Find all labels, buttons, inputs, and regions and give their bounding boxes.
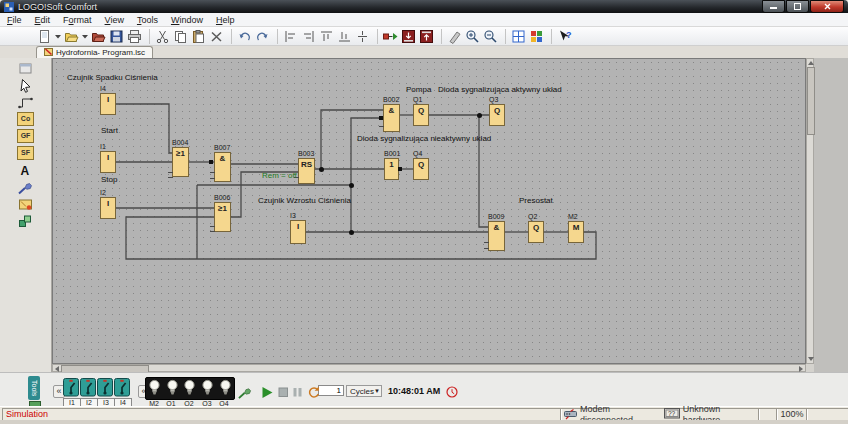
cycles-input[interactable] [318,385,344,396]
block-I2[interactable]: I2I [100,197,116,219]
block-id-label: I1 [100,143,106,150]
toolbar-delete-button[interactable] [208,28,225,45]
block-Q3[interactable]: Q3Q [489,104,505,126]
toolbar-align1-button[interactable] [282,28,299,45]
toolbar-colors-button[interactable] [528,28,545,45]
menu-file[interactable]: File [7,15,22,25]
title-bar[interactable]: LOGO!Soft Comfort [0,0,848,13]
block-Q2[interactable]: Q2Q [528,221,544,243]
toolbar-open-button[interactable] [63,28,80,45]
toolbar-help-button[interactable]: ? [556,28,573,45]
vertical-scrollbar[interactable] [806,58,814,364]
toolbar-open-red-button[interactable] [90,28,107,45]
toolbar-save-button[interactable] [108,28,125,45]
menu-tools[interactable]: Tools [137,15,158,25]
menu-view[interactable]: View [105,15,124,25]
input-stub [210,226,215,227]
tool-panel-toggle[interactable] [17,60,35,76]
toolbar-print-button[interactable] [126,28,143,45]
stop-button[interactable] [276,385,290,399]
menu-help[interactable]: Help [216,15,235,25]
diagram-label[interactable]: Czujnik Wzrostu Ciśnienia [258,196,351,205]
vertical-scrollbar-thumb[interactable] [807,67,815,135]
block-B004[interactable]: B004≥1 [172,147,189,177]
block-B001[interactable]: B0011 [384,158,399,180]
toolbar-zoom-in-button[interactable] [464,28,481,45]
block-B007[interactable]: B007& [214,152,231,182]
clock-icon[interactable] [446,384,458,402]
diagram-label[interactable]: Dioda sygnalizująca aktywny układ [438,85,562,94]
block-B003[interactable]: B003RS [298,158,315,184]
diagram-label[interactable]: Stop [101,175,117,184]
diagram-label[interactable]: Presostat [519,196,553,205]
tool-simulation-tool[interactable] [17,179,35,195]
toolbar-upload-button[interactable] [418,28,435,45]
toolbar-cut-button[interactable] [154,28,171,45]
wire[interactable] [126,217,596,259]
diagram-canvas[interactable]: I4II1II2IB004≥1B007&B003RSB006≥1I3IB002&… [52,58,806,364]
block-Q4[interactable]: Q4Q [413,158,429,180]
block-M2[interactable]: M2M [568,221,584,243]
menu-edit[interactable]: Edit [35,15,51,25]
input-stub [210,178,215,179]
tool-constants-tool[interactable]: Co [17,111,35,127]
tool-connector-tool[interactable] [17,94,35,110]
toolbar-grid-button[interactable] [510,28,527,45]
menu-format[interactable]: Format [63,15,92,25]
toolbar-copy-button[interactable] [172,28,189,45]
diagram-label[interactable]: Dioda sygnalizująca nieaktywny układ [357,134,491,143]
toolbar-undo-button[interactable] [236,28,253,45]
toolbar-paste-button[interactable] [190,28,207,45]
refresh-button[interactable] [306,385,320,399]
toolbar-split-button[interactable] [354,28,371,45]
toolbar-download-button[interactable] [400,28,417,45]
block-I1[interactable]: I1I [100,151,116,173]
diagram-label[interactable]: Czujnik Spadku Ciśnienia [67,73,158,82]
toolbar-zoom-out-button[interactable] [482,28,499,45]
tool-online-test-tool[interactable] [17,196,35,212]
toolbar-align4-button[interactable] [336,28,353,45]
toolbar-connect-button[interactable] [382,28,399,45]
play-button[interactable] [260,385,274,399]
cycles-dropdown[interactable]: Cycles ▼ [346,385,382,397]
pause-button[interactable] [290,385,304,399]
tool-special-functions-tool[interactable]: SF [17,145,35,161]
toolbar-separator [501,29,506,44]
horizontal-scrollbar[interactable] [52,364,806,372]
diagram-label[interactable]: Rem = off [262,171,297,180]
scroll-down-arrow[interactable] [808,357,814,361]
tool-select-tool[interactable] [17,77,35,93]
scroll-up-arrow[interactable] [808,61,814,65]
block-B002[interactable]: B002& [383,104,400,132]
tools-side-tab[interactable]: Tools [28,376,40,400]
wire[interactable] [479,115,488,227]
block-B006[interactable]: B006≥1 [214,202,231,232]
diagram-label[interactable]: Start [101,126,118,135]
tool-text-tool[interactable]: A [17,162,35,178]
tab-hydrofornia-program[interactable]: Hydrofornia- Program.lsc [36,46,153,58]
menu-window[interactable]: Window [171,15,203,25]
maximize-button[interactable] [786,0,809,13]
toolbar-dd-caret[interactable] [54,28,62,45]
toolbar-erase-button[interactable] [446,28,463,45]
toolbar-new-button[interactable] [36,28,53,45]
close-button[interactable] [810,0,844,13]
wire-junction-dot [349,230,354,235]
block-B009[interactable]: B009& [488,221,505,251]
wire[interactable] [116,104,172,153]
block-I4[interactable]: I4I [100,93,116,115]
tool-network-project-tool[interactable] [17,213,35,229]
block-Q1[interactable]: Q1Q [413,104,429,126]
diagram-label[interactable]: Pompa [406,85,431,94]
sim-tool-button[interactable] [238,385,252,399]
toolbar-align3-button[interactable] [318,28,335,45]
block-id-label: B004 [172,139,188,146]
input-stub [168,177,173,178]
toolbar-align2-button[interactable] [300,28,317,45]
output-lamp-panel [145,377,235,400]
toolbar-redo-button[interactable] [254,28,271,45]
minimize-button[interactable] [762,0,785,13]
tool-basic-functions-tool[interactable]: GF [17,128,35,144]
toolbar-dd-caret[interactable] [81,28,89,45]
block-I3[interactable]: I3I [290,220,306,244]
